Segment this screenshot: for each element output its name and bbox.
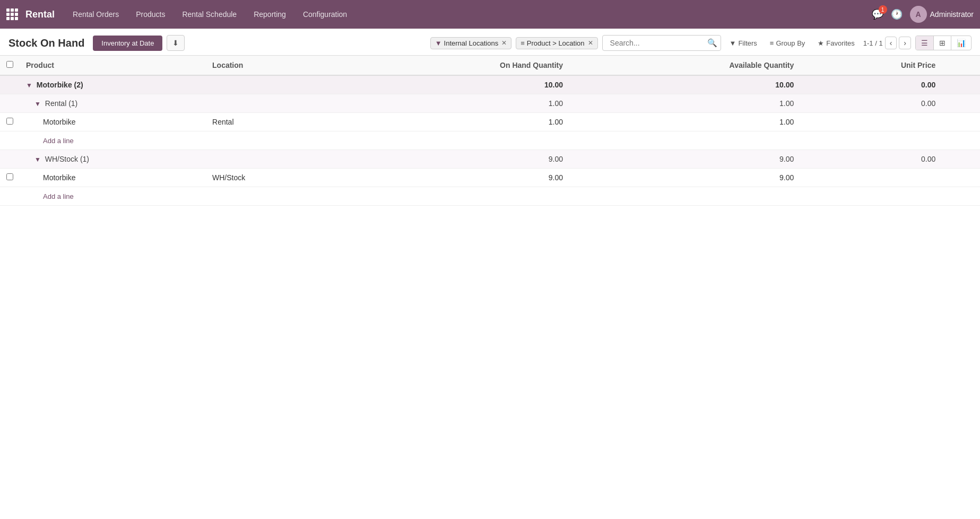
row-location: Rental	[206, 113, 343, 131]
group-icon: ≡	[521, 39, 525, 47]
col-location: Location	[206, 56, 343, 75]
nav-rental-schedule[interactable]: Rental Schedule	[175, 7, 244, 22]
row-product-2: Motorbike	[20, 169, 206, 187]
nav-products[interactable]: Products	[128, 7, 172, 22]
table-row: Motorbike Rental 1.00 1.00	[0, 113, 980, 131]
username: Administrator	[930, 10, 974, 19]
search-input[interactable]	[606, 37, 707, 49]
toolbar-right: ▼ Internal Locations ✕ ≡ Product > Locat…	[430, 35, 972, 51]
filters-label: Filters	[738, 39, 757, 47]
pagination: 1-1 / 1 ‹ ›	[863, 37, 911, 49]
download-button[interactable]: ⬇	[167, 35, 185, 51]
search-icon[interactable]: 🔍	[707, 38, 717, 48]
internal-locations-label: Internal Locations	[444, 39, 499, 47]
brand-name: Rental	[25, 9, 55, 20]
row-location-2: WH/Stock	[206, 169, 343, 187]
notification-badge: 1	[879, 5, 887, 14]
group-available: 10.00	[569, 75, 800, 94]
filter-funnel-icon: ▼	[730, 39, 736, 47]
add-line-button-whstock[interactable]: Add a line	[43, 192, 74, 200]
product-location-close[interactable]: ✕	[588, 39, 593, 47]
subgroup-label[interactable]: ▼ Rental (1)	[20, 94, 343, 113]
filter-icon: ▼	[435, 39, 442, 47]
group-by-icon: ≡	[770, 39, 774, 47]
clock-button[interactable]: 🕐	[891, 8, 903, 20]
pagination-text: 1-1 / 1	[863, 39, 883, 47]
list-view-button[interactable]: ☰	[916, 36, 934, 50]
messages-button[interactable]: 💬 1	[872, 8, 883, 20]
group-label[interactable]: ▼ Motorbike (2)	[20, 75, 343, 94]
page-header: Stock On Hand Inventory at Date ⬇ ▼ Inte…	[0, 29, 980, 56]
favorites-button[interactable]: ★ Favorites	[813, 37, 858, 49]
group-by-button[interactable]: ≡ Group By	[766, 37, 810, 49]
view-toggles: ☰ ⊞ 📊	[915, 36, 972, 50]
col-unit-price: Unit Price	[800, 56, 942, 75]
subgroup-label-2[interactable]: ▼ WH/Stock (1)	[20, 150, 343, 169]
subgroup-available-2: 9.00	[569, 150, 800, 169]
add-line-button-rental[interactable]: Add a line	[43, 137, 74, 145]
subgroup-collapse-icon-2[interactable]: ▼	[34, 156, 41, 163]
star-icon: ★	[818, 39, 824, 47]
collapse-icon[interactable]: ▼	[26, 82, 32, 89]
kanban-view-button[interactable]: ⊞	[934, 36, 951, 50]
row-checkbox-2[interactable]	[6, 173, 13, 180]
next-page-button[interactable]: ›	[899, 37, 911, 49]
prev-page-button[interactable]: ‹	[885, 37, 897, 49]
user-menu-button[interactable]: A Administrator	[910, 6, 974, 23]
col-available: Available Quantity	[569, 56, 800, 75]
row-on-hand-2: 9.00	[343, 169, 569, 187]
group-unit-price: 0.00	[800, 75, 942, 94]
nav-reporting[interactable]: Reporting	[246, 7, 293, 22]
subgroup-available: 1.00	[569, 94, 800, 113]
nav-rental-orders[interactable]: Rental Orders	[65, 7, 126, 22]
row-product: Motorbike	[20, 113, 206, 131]
group-by-label: Group By	[776, 39, 805, 47]
row-available: 1.00	[569, 113, 800, 131]
col-on-hand: On Hand Quantity	[343, 56, 569, 75]
subgroup-row: ▼ WH/Stock (1) 9.00 9.00 0.00	[0, 150, 980, 169]
row-unit-price-2	[800, 169, 942, 187]
product-location-filter[interactable]: ≡ Product > Location ✕	[516, 37, 597, 49]
row-on-hand: 1.00	[343, 113, 569, 131]
nav-configuration[interactable]: Configuration	[296, 7, 354, 22]
search-bar[interactable]: 🔍	[602, 35, 721, 51]
col-extra	[942, 56, 980, 75]
product-location-label: Product > Location	[527, 39, 585, 47]
subgroup-unit-price: 0.00	[800, 94, 942, 113]
graph-view-button[interactable]: 📊	[951, 36, 971, 50]
table-row: Motorbike WH/Stock 9.00 9.00	[0, 169, 980, 187]
internal-locations-close[interactable]: ✕	[501, 39, 507, 47]
avatar: A	[910, 6, 927, 23]
row-checkbox[interactable]	[6, 118, 13, 125]
favorites-label: Favorites	[826, 39, 854, 47]
subgroup-row: ▼ Rental (1) 1.00 1.00 0.00	[0, 94, 980, 113]
internal-locations-filter[interactable]: ▼ Internal Locations ✕	[430, 37, 512, 49]
grid-icon[interactable]	[6, 8, 18, 20]
subgroup-unit-price-2: 0.00	[800, 150, 942, 169]
nav-right: 💬 1 🕐 A Administrator	[872, 6, 974, 23]
select-all-checkbox[interactable]	[6, 61, 13, 68]
row-available-2: 9.00	[569, 169, 800, 187]
inventory-table: Product Location On Hand Quantity Availa…	[0, 56, 980, 206]
group-on-hand: 10.00	[343, 75, 569, 94]
col-product: Product	[20, 56, 206, 75]
table-section: Product Location On Hand Quantity Availa…	[0, 56, 980, 206]
subgroup-on-hand-2: 9.00	[343, 150, 569, 169]
subgroup-on-hand: 1.00	[343, 94, 569, 113]
subgroup-collapse-icon[interactable]: ▼	[34, 100, 41, 108]
brand: Rental	[6, 8, 55, 20]
add-line-row-2: Add a line	[0, 187, 980, 206]
filters-button[interactable]: ▼ Filters	[725, 37, 761, 49]
page-title: Stock On Hand	[8, 37, 84, 49]
inventory-at-date-button[interactable]: Inventory at Date	[93, 36, 162, 51]
add-line-row: Add a line	[0, 131, 980, 150]
row-unit-price	[800, 113, 942, 131]
group-row: ▼ Motorbike (2) 10.00 10.00 0.00	[0, 75, 980, 94]
top-nav: Rental Rental Orders Products Rental Sch…	[0, 0, 980, 29]
